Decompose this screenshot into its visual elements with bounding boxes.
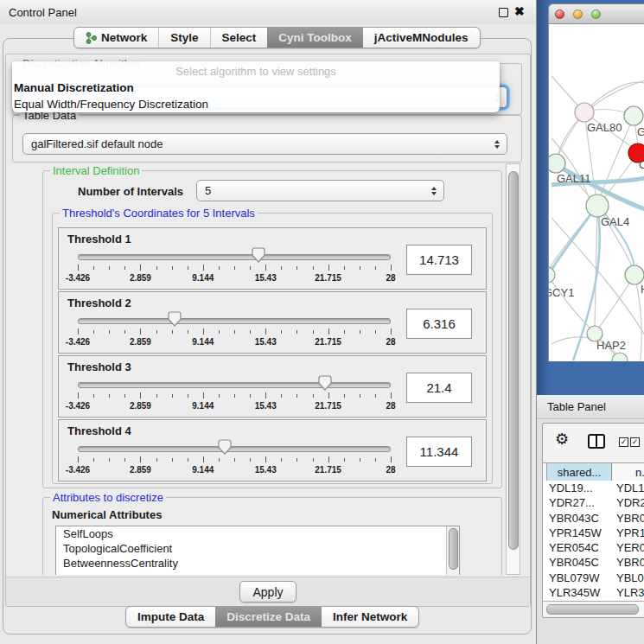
attribute-item-betweennesscentrality[interactable]: BetweennessCentrality xyxy=(56,556,459,571)
close-icon[interactable]: ✖ xyxy=(514,4,525,18)
table-panel-title: Table Panel xyxy=(547,400,606,413)
checkbox-icon[interactable]: ✓ xyxy=(630,437,640,447)
threshold-value-field[interactable]: 14.713 xyxy=(406,245,472,275)
network-node[interactable] xyxy=(625,265,644,284)
threshold-panel: Threshold 2 -3.4262.8599.14415.4321.7152… xyxy=(58,291,487,354)
slider-track[interactable] xyxy=(78,318,391,324)
scale-label: 2.859 xyxy=(130,401,151,411)
tab-select[interactable]: Select xyxy=(210,28,268,48)
table-row[interactable]: YBL079WYBL0 xyxy=(543,571,644,585)
slider-scale-labels: -3.4262.8599.14415.4321.71528 xyxy=(78,401,391,411)
popup-placeholder-item[interactable]: Select algorithm to view settings xyxy=(12,61,500,80)
threshold-slider[interactable]: -3.4262.8599.14415.4321.71528 xyxy=(78,375,391,415)
cell-name: YPR1 xyxy=(612,526,644,540)
scale-label: -3.426 xyxy=(66,401,90,411)
tab-impute-data[interactable]: Impute Data xyxy=(126,607,215,627)
cell-name: YBR0 xyxy=(612,511,644,526)
list-scrollbar-thumb[interactable] xyxy=(449,528,458,570)
scale-label: 21.715 xyxy=(315,465,341,475)
scale-label: 2.859 xyxy=(130,465,151,475)
tab-jactivemnodules[interactable]: jActiveMNodules xyxy=(363,28,480,48)
threshold-panel: Threshold 3 -3.4262.8599.14415.4321.7152… xyxy=(58,355,487,418)
scale-label: 28 xyxy=(386,273,395,283)
slider-ticks xyxy=(78,328,391,335)
slider-thumb[interactable] xyxy=(252,247,265,263)
cell-name: YLR3 xyxy=(612,585,644,600)
threshold-slider[interactable]: -3.4262.8599.14415.4321.71528 xyxy=(78,311,391,351)
threshold-label: Threshold 4 xyxy=(67,424,131,437)
network-node[interactable] xyxy=(586,194,609,217)
slider-ticks xyxy=(78,392,391,399)
table-row[interactable]: YLR345WYLR3 xyxy=(543,585,644,600)
table-row[interactable]: YBR045CYBR0 xyxy=(543,555,644,570)
settings-scroll-area: Interval Definition Number of Intervals … xyxy=(11,163,507,575)
slider-thumb-icon xyxy=(168,311,182,327)
apply-button[interactable]: Apply xyxy=(239,581,296,603)
tab-network[interactable]: Network xyxy=(74,28,158,48)
float-window-icon[interactable] xyxy=(499,8,508,17)
list-scrollbar[interactable] xyxy=(446,526,459,575)
network-node[interactable] xyxy=(624,106,643,125)
node-label: C xyxy=(639,158,644,171)
slider-thumb[interactable] xyxy=(218,439,232,455)
cell-shared-name: YDR27... xyxy=(543,495,612,510)
table-row[interactable]: YDL19...YDL1 xyxy=(543,481,644,495)
threshold-label: Threshold 2 xyxy=(67,296,131,309)
slider-thumb[interactable] xyxy=(318,375,332,391)
slider-track[interactable] xyxy=(78,254,391,260)
scale-label: 2.859 xyxy=(130,337,151,347)
popup-item-equal-width-frequency[interactable]: Equal Width/Frequency Discretization xyxy=(12,96,500,112)
network-edge[interactable] xyxy=(549,275,590,328)
tab-cyni-toolbox[interactable]: Cyni Toolbox xyxy=(267,28,363,48)
threshold-label: Threshold 3 xyxy=(67,360,131,373)
network-window-titlebar[interactable] xyxy=(548,3,644,24)
network-node[interactable] xyxy=(549,154,565,173)
table-row[interactable]: YDR27...YDR2 xyxy=(543,495,644,510)
settings-scrollbar[interactable] xyxy=(506,163,520,575)
control-panel: Control Panel ✖ NetworkStyleSelectCyni T… xyxy=(0,0,537,644)
scale-label: 28 xyxy=(386,401,395,411)
gear-icon[interactable]: ⚙ xyxy=(555,431,569,447)
scale-label: 2.859 xyxy=(130,273,151,283)
column-header-name[interactable]: n... xyxy=(615,463,644,481)
tab-infer-network[interactable]: Infer Network xyxy=(322,607,418,627)
minimize-window-icon[interactable] xyxy=(573,10,583,19)
threshold-value-field[interactable]: 6.316 xyxy=(406,309,472,339)
table-row[interactable]: YER054CYER0 xyxy=(543,540,644,555)
number-of-intervals-combobox[interactable]: 5 xyxy=(196,180,444,201)
slider-track[interactable] xyxy=(78,382,391,388)
table-h-scrollbar[interactable] xyxy=(543,601,644,616)
split-columns-icon[interactable] xyxy=(588,434,605,449)
cell-name: YBR0 xyxy=(612,555,644,570)
attribute-item-selfloops[interactable]: SelfLoops xyxy=(56,526,459,541)
threshold-list: Threshold 1 -3.4262.8599.14415.4321.7152… xyxy=(58,227,487,483)
tab-discretize-data[interactable]: Discretize Data xyxy=(215,607,322,627)
attribute-item-topologicalcoefficient[interactable]: TopologicalCoefficient xyxy=(56,541,459,556)
table-row[interactable]: YPR145WYPR1 xyxy=(543,526,644,540)
network-node[interactable] xyxy=(575,103,594,122)
network-node[interactable] xyxy=(549,267,555,283)
close-window-icon[interactable] xyxy=(555,10,564,19)
table-row[interactable]: YBR043CYBR0 xyxy=(543,511,644,526)
threshold-slider[interactable]: -3.4262.8599.14415.4321.71528 xyxy=(78,439,391,479)
threshold-value-field[interactable]: 21.4 xyxy=(406,373,472,403)
screen: Control Panel ✖ NetworkStyleSelectCyni T… xyxy=(0,0,644,644)
tab-style[interactable]: Style xyxy=(158,28,209,48)
column-header-shared-name[interactable]: shared... xyxy=(546,463,612,481)
table-data-combobox[interactable]: galFiltered.sif default node xyxy=(22,133,507,155)
tab-label: jActiveMNodules xyxy=(374,31,469,44)
network-canvas[interactable]: GAL80GACGAL11GAL4GCY1HHAP2 xyxy=(548,24,644,361)
settings-scrollbar-thumb[interactable] xyxy=(508,171,519,550)
slider-thumb[interactable] xyxy=(168,311,182,327)
checkbox-icon[interactable]: ✓ xyxy=(619,437,628,447)
slider-track[interactable] xyxy=(78,446,391,452)
numerical-attributes-list[interactable]: SelfLoopsTopologicalCoefficientBetweenne… xyxy=(55,526,460,575)
threshold-value-field[interactable]: 11.344 xyxy=(406,437,472,467)
group-title: Attributes to discretize xyxy=(50,491,166,504)
threshold-slider[interactable]: -3.4262.8599.14415.4321.71528 xyxy=(78,247,391,287)
table-h-scrollbar-thumb[interactable] xyxy=(546,604,639,615)
scale-label: 28 xyxy=(386,337,395,347)
scale-label: 15.43 xyxy=(255,465,277,475)
zoom-window-icon[interactable] xyxy=(591,10,601,19)
popup-item-manual-discretization[interactable]: Manual Discretization xyxy=(12,80,500,96)
